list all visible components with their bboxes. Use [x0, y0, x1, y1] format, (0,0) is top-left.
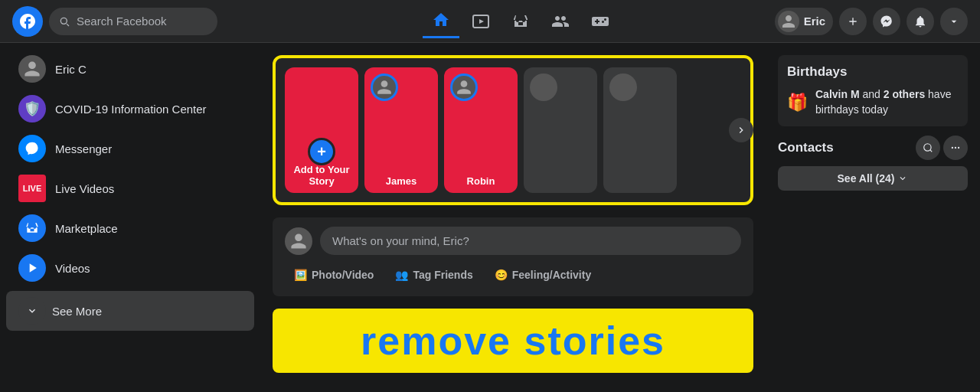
stories-row: + Add to Your Story James Robin — [285, 67, 741, 193]
feeling-icon: 😊 — [495, 269, 508, 281]
svg-point-5 — [958, 147, 959, 149]
right-panel: Birthdays 🎁 Calvin M and 2 others have b… — [766, 43, 980, 392]
contacts-title: Contacts — [778, 140, 834, 155]
see-more-label: See More — [52, 305, 102, 318]
see-more-button[interactable]: See More — [6, 291, 254, 331]
sidebar-label-eric: Eric C — [55, 63, 87, 76]
composer-top: What's on your mind, Eric? — [285, 227, 741, 255]
birthday-gift-icon: 🎁 — [787, 93, 808, 113]
stories-section: + Add to Your Story James Robin — [273, 55, 753, 205]
birthday-item: 🎁 Calvin M and 2 others have birthdays t… — [787, 87, 959, 117]
empty-avatar-1 — [530, 74, 557, 101]
add-story-icon: + — [308, 138, 335, 165]
search-icon — [58, 15, 70, 28]
composer-placeholder: What's on your mind, Eric? — [332, 234, 469, 247]
nav-marketplace[interactable] — [502, 5, 539, 38]
add-story-label: Add to Your Story — [285, 164, 358, 187]
sidebar-item-eric[interactable]: Eric C — [6, 49, 254, 89]
sidebar: Eric C 🛡️ COVID-19 Information Center Me… — [0, 43, 260, 392]
nav-groups[interactable] — [542, 5, 579, 38]
see-more-icon — [18, 297, 46, 325]
story-card-james[interactable]: James — [364, 67, 438, 193]
post-composer: What's on your mind, Eric? 🖼️ Photo/Vide… — [273, 217, 753, 296]
sidebar-avatar-eric — [18, 55, 46, 83]
photo-label: Photo/Video — [312, 269, 374, 281]
sidebar-icon-messenger — [18, 135, 46, 162]
birthdays-title: Birthdays — [787, 64, 959, 80]
tag-friends-button[interactable]: 👥 Tag Friends — [386, 263, 482, 287]
topnav-right: Eric — [769, 8, 968, 35]
sidebar-icon-videos — [18, 254, 46, 282]
james-avatar — [371, 74, 398, 101]
nav-home[interactable] — [423, 5, 459, 38]
story-card-empty-1[interactable] — [524, 67, 597, 193]
story-card-add[interactable]: + Add to Your Story — [285, 67, 358, 193]
birthday-and: and — [860, 88, 884, 100]
sidebar-item-live[interactable]: LIVE Live Videos — [6, 168, 254, 208]
empty-avatar-2 — [609, 74, 637, 101]
chevron-down-icon — [897, 173, 908, 184]
contacts-search-button[interactable] — [916, 136, 940, 160]
facebook-logo[interactable] — [12, 6, 43, 37]
see-all-label: See All (24) — [838, 172, 895, 185]
robin-label: Robin — [444, 175, 518, 187]
sidebar-item-messenger[interactable]: Messenger — [6, 129, 254, 168]
sidebar-label-live: Live Videos — [55, 182, 114, 195]
sidebar-label-marketplace: Marketplace — [55, 222, 118, 235]
create-button[interactable] — [839, 8, 867, 35]
james-label: James — [364, 175, 438, 187]
search-input[interactable] — [77, 15, 207, 28]
birthday-text: Calvin M and 2 others have birthdays tod… — [815, 87, 959, 117]
tag-icon: 👥 — [395, 269, 408, 281]
svg-point-4 — [955, 147, 956, 149]
user-name-label: Eric — [804, 15, 825, 28]
sidebar-item-covid[interactable]: 🛡️ COVID-19 Information Center — [6, 89, 254, 129]
photo-icon: 🖼️ — [294, 269, 307, 281]
user-profile-pill[interactable]: Eric — [775, 8, 833, 35]
contacts-section: Contacts See All (24) — [778, 136, 968, 191]
contacts-icons — [916, 136, 968, 160]
sidebar-label-messenger: Messenger — [55, 142, 112, 155]
remove-stories-banner: remove stories — [273, 309, 753, 373]
photo-video-button[interactable]: 🖼️ Photo/Video — [285, 263, 383, 287]
birthdays-section: Birthdays 🎁 Calvin M and 2 others have b… — [778, 55, 968, 126]
see-all-contacts-button[interactable]: See All (24) — [778, 166, 968, 191]
main-layout: Eric C 🛡️ COVID-19 Information Center Me… — [0, 43, 980, 392]
birthday-others: 2 others — [884, 88, 925, 100]
messenger-button[interactable] — [873, 8, 900, 35]
composer-avatar — [285, 227, 312, 255]
notifications-button[interactable] — [906, 8, 934, 35]
composer-actions: 🖼️ Photo/Video 👥 Tag Friends 😊 Feeling/A… — [285, 263, 741, 287]
sidebar-icon-covid: 🛡️ — [18, 95, 46, 122]
birthday-name: Calvin M — [815, 88, 860, 100]
sidebar-label-covid: COVID-19 Information Center — [55, 103, 207, 116]
sidebar-item-videos[interactable]: Videos — [6, 248, 254, 288]
composer-input[interactable]: What's on your mind, Eric? — [320, 227, 741, 255]
remove-stories-text: remove stories — [361, 318, 665, 363]
user-avatar — [778, 11, 799, 32]
topnav-center — [273, 5, 769, 38]
topnav-left — [12, 6, 273, 37]
stories-next-arrow[interactable] — [729, 118, 753, 142]
sidebar-icon-marketplace — [18, 214, 46, 242]
robin-avatar — [450, 74, 478, 101]
nav-watch[interactable] — [462, 5, 499, 38]
story-card-empty-2[interactable] — [603, 67, 677, 193]
feeling-label: Feeling/Activity — [512, 269, 591, 281]
sidebar-item-marketplace[interactable]: Marketplace — [6, 208, 254, 248]
feed: + Add to Your Story James Robin — [260, 43, 766, 392]
nav-gaming[interactable] — [582, 5, 619, 38]
search-bar[interactable] — [49, 8, 217, 35]
sidebar-label-videos: Videos — [55, 262, 90, 275]
sidebar-icon-live: LIVE — [18, 175, 46, 202]
story-card-robin[interactable]: Robin — [444, 67, 518, 193]
tag-label: Tag Friends — [413, 269, 472, 281]
contacts-more-button[interactable] — [943, 136, 968, 160]
contacts-header: Contacts — [778, 136, 968, 160]
svg-point-2 — [924, 144, 931, 151]
topnav: Eric — [0, 0, 980, 43]
menu-button[interactable] — [940, 8, 968, 35]
svg-marker-1 — [479, 19, 484, 24]
svg-point-3 — [952, 147, 953, 149]
feeling-button[interactable]: 😊 Feeling/Activity — [485, 263, 600, 287]
